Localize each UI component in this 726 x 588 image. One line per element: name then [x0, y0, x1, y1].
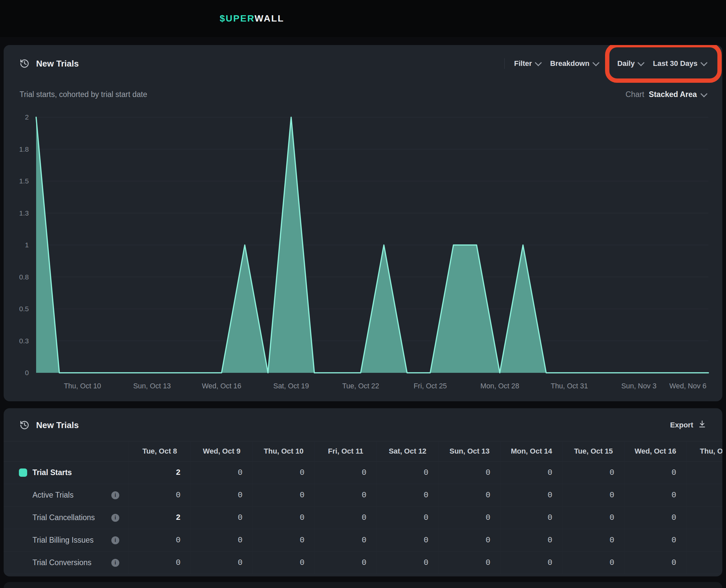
value-cell: 0: [191, 551, 253, 574]
column-header: Tue, Oct 8: [129, 441, 191, 462]
value-cell: 0: [253, 462, 315, 484]
column-header: Wed, Oct 16: [625, 441, 687, 462]
history-icon: [20, 420, 29, 430]
y-tick-label: 2: [25, 113, 29, 121]
value-cell: 0: [377, 529, 439, 551]
value-cell: [687, 507, 722, 529]
y-tick-label: 0.5: [19, 305, 29, 313]
divider: [608, 58, 608, 69]
value-cell: [687, 484, 722, 507]
y-tick-label: 0.8: [19, 273, 29, 281]
export-button[interactable]: Export: [670, 420, 706, 430]
panel-title: New Trials: [36, 59, 79, 69]
value-cell: 0: [129, 484, 191, 507]
export-label: Export: [670, 421, 693, 429]
value-cell: 0: [439, 462, 501, 484]
row-label: Active Trials: [33, 491, 74, 500]
value-cell: 0: [439, 484, 501, 507]
column-header: Thu, Oct 10: [253, 441, 315, 462]
chart-panel-header: New Trials Filter Breakdown Daily Last 3…: [20, 54, 706, 74]
chart-type-label: Chart: [626, 90, 644, 99]
next-panel-sliver: [4, 582, 722, 588]
x-tick-label: Fri, Oct 25: [414, 382, 447, 390]
superwall-logo: $UPERWALL: [220, 13, 284, 24]
value-cell: 0: [439, 507, 501, 529]
value-cell: 0: [129, 529, 191, 551]
value-cell: 2: [129, 462, 191, 484]
chevron-down-icon: [638, 59, 645, 66]
row-label: Trial Conversions: [33, 558, 92, 567]
value-cell: 0: [253, 484, 315, 507]
value-cell: [687, 529, 722, 551]
value-cell: 0: [563, 462, 625, 484]
value-cell: 0: [501, 551, 563, 574]
value-cell: 0: [563, 551, 625, 574]
granularity-button[interactable]: Daily: [617, 59, 644, 68]
row-label-cell: Trial Conversionsi: [4, 551, 129, 574]
x-tick-label: Sun, Oct 13: [133, 382, 171, 390]
x-tick-label: Sat, Oct 19: [274, 382, 309, 390]
value-cell: 0: [501, 529, 563, 551]
new-trials-chart-panel: 00.30.50.811.31.51.82Thu, Oct 10Sun, Oct…: [4, 45, 722, 401]
value-cell: 0: [315, 507, 377, 529]
filter-label: Filter: [514, 59, 532, 68]
row-label-cell: Trial Cancellationsi: [4, 507, 129, 529]
filter-button[interactable]: Filter: [514, 59, 541, 68]
y-tick-label: 0.3: [19, 337, 29, 345]
y-tick-label: 1.5: [19, 177, 29, 185]
date-range-button[interactable]: Last 30 Days: [653, 59, 706, 68]
date-range-label: Last 30 Days: [653, 59, 698, 68]
row-label: Trial Billing Issues: [33, 536, 94, 545]
chevron-down-icon: [701, 90, 707, 97]
x-tick-label: Wed, Nov 6: [669, 382, 706, 390]
value-cell: 0: [315, 462, 377, 484]
value-cell: 0: [191, 507, 253, 529]
chevron-down-icon: [592, 59, 600, 66]
value-cell: 0: [377, 484, 439, 507]
chart-subheader: Trial starts, cohorted by trial start da…: [20, 90, 706, 99]
value-cell: 0: [377, 462, 439, 484]
series-swatch: [19, 468, 27, 477]
x-tick-label: Mon, Oct 28: [481, 382, 519, 390]
x-tick-label: Tue, Oct 22: [342, 382, 379, 390]
column-header: Mon, Oct 14: [501, 441, 563, 462]
chart-controls: Filter Breakdown Daily Last 30 Days: [504, 58, 706, 69]
column-header: Tue, Oct 15: [563, 441, 625, 462]
value-cell: 0: [563, 529, 625, 551]
value-cell: 0: [563, 484, 625, 507]
row-label-cell: Trial Starts: [4, 462, 129, 484]
column-header: Fri, Oct 11: [315, 441, 377, 462]
chart-subtitle: Trial starts, cohorted by trial start da…: [20, 90, 147, 99]
value-cell: 0: [315, 551, 377, 574]
info-icon[interactable]: i: [111, 537, 119, 544]
column-header: Sun, Oct 13: [439, 441, 501, 462]
topbar: $UPERWALL: [0, 0, 726, 37]
column-header: Wed, Oct 9: [191, 441, 253, 462]
info-icon[interactable]: i: [111, 514, 119, 522]
value-cell: 0: [625, 484, 687, 507]
chart-type-select[interactable]: Chart Stacked Area: [626, 90, 706, 99]
value-cell: 0: [315, 484, 377, 507]
row-label: Trial Starts: [33, 468, 72, 477]
value-cell: 0: [625, 507, 687, 529]
x-tick-label: Wed, Oct 16: [202, 382, 241, 390]
value-cell: 0: [377, 551, 439, 574]
column-header: Sat, Oct 12: [377, 441, 439, 462]
y-tick-label: 1.3: [19, 209, 29, 217]
granularity-label: Daily: [617, 59, 635, 68]
value-cell: 0: [377, 507, 439, 529]
info-icon[interactable]: i: [111, 491, 119, 499]
breakdown-button[interactable]: Breakdown: [550, 59, 599, 68]
new-trials-table-panel: New Trials Export Tue, Oct 8Wed, Oct 9Th…: [4, 408, 722, 576]
value-cell: 0: [625, 462, 687, 484]
chevron-down-icon: [535, 59, 542, 66]
info-icon[interactable]: i: [111, 559, 119, 567]
column-header: Thu, O: [687, 441, 722, 462]
value-cell: 0: [563, 507, 625, 529]
value-cell: 0: [191, 529, 253, 551]
value-cell: 0: [439, 551, 501, 574]
row-label: Trial Cancellations: [33, 513, 95, 522]
y-tick-label: 0: [25, 369, 29, 376]
x-tick-label: Thu, Oct 31: [551, 382, 588, 390]
breakdown-label: Breakdown: [550, 59, 589, 68]
